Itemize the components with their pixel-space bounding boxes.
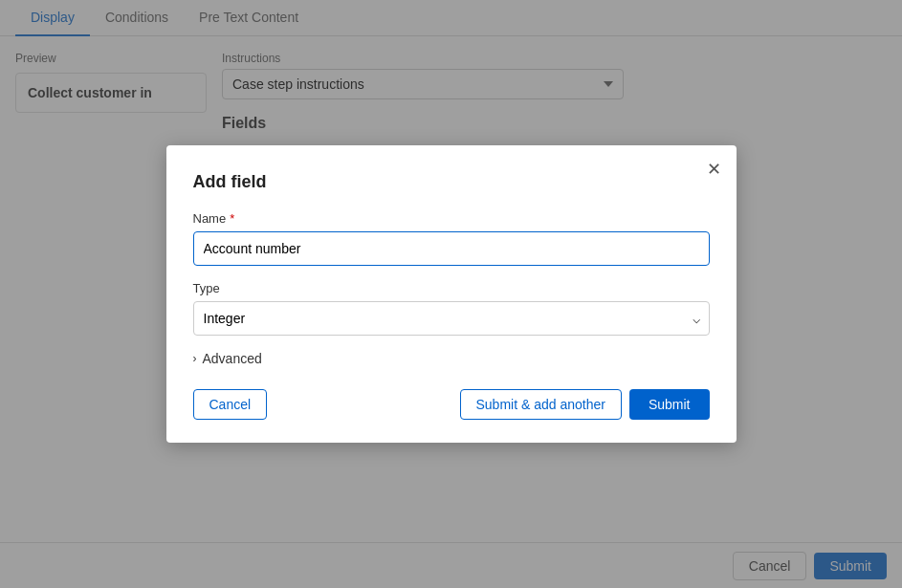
modal-close-button[interactable]: ✕	[707, 161, 721, 178]
add-field-modal: ✕ Add field Name * Type Integer String B…	[166, 145, 737, 443]
name-input[interactable]	[193, 231, 710, 266]
advanced-label: Advanced	[203, 351, 262, 366]
modal-overlay: ✕ Add field Name * Type Integer String B…	[0, 0, 902, 588]
type-select-wrapper: Integer String Boolean Date Float ⌵	[193, 301, 710, 336]
submit-add-another-button[interactable]: Submit & add another	[460, 389, 622, 420]
type-field: Type Integer String Boolean Date Float ⌵	[193, 281, 710, 336]
modal-footer: Cancel Submit & add another Submit	[193, 389, 710, 420]
advanced-toggle[interactable]: › Advanced	[193, 351, 710, 366]
name-label: Name *	[193, 211, 710, 226]
modal-right-buttons: Submit & add another Submit	[460, 389, 710, 420]
type-select[interactable]: Integer String Boolean Date Float	[193, 301, 710, 336]
submit-button[interactable]: Submit	[629, 389, 710, 420]
name-field: Name *	[193, 211, 710, 266]
cancel-button[interactable]: Cancel	[193, 389, 268, 420]
modal-title: Add field	[193, 172, 710, 192]
required-star: *	[230, 211, 234, 226]
chevron-right-icon: ›	[193, 352, 197, 365]
type-label: Type	[193, 281, 710, 295]
